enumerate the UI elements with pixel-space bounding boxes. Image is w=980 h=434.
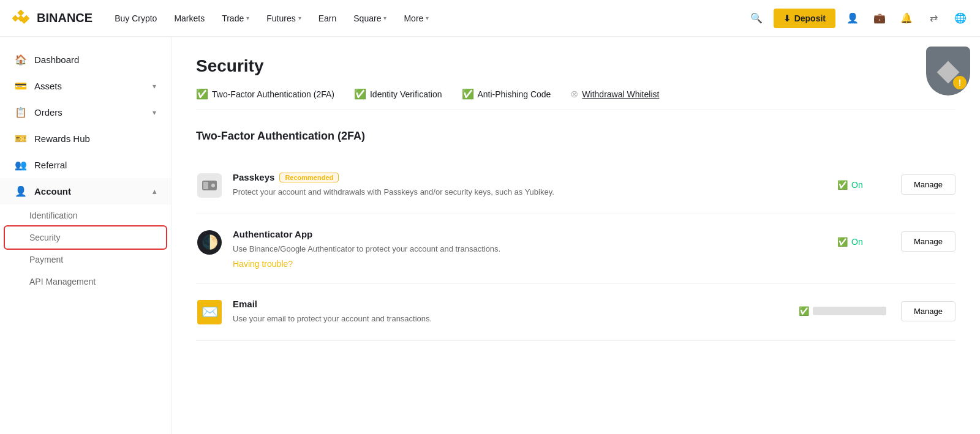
passkey-content: Passkeys Recommended Protect your accoun… bbox=[233, 172, 823, 198]
status-antiphishing: ✅ Anti-Phishing Code bbox=[462, 88, 551, 100]
nav-trade[interactable]: Trade ▾ bbox=[214, 10, 257, 27]
sidebar-label-assets: Assets bbox=[34, 81, 145, 91]
authenticator-content: Authenticator App Use Binance/Google Aut… bbox=[233, 229, 823, 269]
authenticator-right: ✅ On Manage bbox=[833, 229, 956, 252]
sidebar-item-dashboard[interactable]: 🏠 Dashboard bbox=[0, 47, 171, 73]
authenticator-status: ✅ On bbox=[837, 237, 886, 247]
nav-more[interactable]: More ▾ bbox=[396, 10, 436, 27]
account-chevron-icon: ▴ bbox=[153, 187, 156, 196]
sidebar-item-account[interactable]: 👤 Account ▴ bbox=[0, 178, 171, 204]
passkey-title: Passkeys bbox=[233, 172, 274, 182]
authenticator-check-icon: ✅ bbox=[837, 237, 848, 247]
svg-point-7 bbox=[211, 184, 215, 187]
user-icon[interactable]: 👤 bbox=[843, 9, 862, 28]
sidebar-item-assets[interactable]: 💳 Assets ▾ bbox=[0, 73, 171, 99]
sidebar-label-rewards: Rewards Hub bbox=[34, 133, 156, 144]
nav-links: Buy Crypto Markets Trade ▾ Futures ▾ Ear… bbox=[107, 10, 747, 27]
sidebar-label-referral: Referral bbox=[34, 160, 156, 170]
status-label-identity: Identity Verification bbox=[370, 89, 442, 99]
authenticator-trouble-link[interactable]: Having trouble? bbox=[233, 259, 293, 269]
arrows-icon[interactable]: ⇄ bbox=[924, 9, 943, 28]
sidebar-label-dashboard: Dashboard bbox=[34, 54, 156, 65]
email-icon: ✉️ bbox=[196, 299, 223, 326]
email-title: Email bbox=[233, 299, 257, 309]
nav-futures[interactable]: Futures ▾ bbox=[259, 10, 308, 27]
status-check-antiphishing-icon: ✅ bbox=[462, 88, 474, 100]
security-item-email: ✉️ Email Use your email to protect your … bbox=[196, 284, 956, 341]
email-status: ✅ bbox=[799, 306, 886, 316]
wallet-icon[interactable]: 💼 bbox=[870, 9, 889, 28]
section-title-2fa: Two-Factor Authentication (2FA) bbox=[196, 130, 956, 143]
referral-icon: 👥 bbox=[15, 159, 27, 171]
account-icon: 👤 bbox=[15, 185, 27, 197]
status-label-2fa: Two-Factor Authentication (2FA) bbox=[212, 89, 334, 99]
passkey-icon bbox=[196, 172, 223, 199]
passkey-description: Protect your account and withdrawals wit… bbox=[233, 186, 823, 198]
assets-icon: 💳 bbox=[15, 80, 27, 92]
status-check-2fa-icon: ✅ bbox=[196, 88, 208, 100]
sidebar-item-orders[interactable]: 📋 Orders ▾ bbox=[0, 99, 171, 125]
rewards-icon: 🎫 bbox=[15, 133, 27, 144]
nav-earn[interactable]: Earn bbox=[311, 10, 344, 27]
deposit-button[interactable]: ⬇ Deposit bbox=[774, 9, 835, 28]
email-check-icon: ✅ bbox=[799, 306, 809, 316]
status-circle-whitelist-icon: ⊗ bbox=[570, 88, 578, 100]
nav-square[interactable]: Square ▾ bbox=[346, 10, 394, 27]
authenticator-description: Use Binance/Google Authenticator to prot… bbox=[233, 243, 823, 255]
page-layout: 🏠 Dashboard 💳 Assets ▾ 📋 Orders ▾ 🎫 Rewa… bbox=[0, 37, 980, 434]
logo[interactable]: BINANCE bbox=[10, 7, 92, 29]
passkey-status: ✅ On bbox=[837, 180, 886, 190]
authenticator-status-label: On bbox=[851, 237, 863, 247]
sidebar-item-rewards[interactable]: 🎫 Rewards Hub bbox=[0, 125, 171, 152]
orders-chevron-icon: ▾ bbox=[153, 108, 156, 117]
email-manage-button[interactable]: Manage bbox=[901, 301, 956, 321]
status-2fa: ✅ Two-Factor Authentication (2FA) bbox=[196, 88, 334, 100]
authenticator-icon: 🌓 bbox=[196, 229, 223, 256]
sidebar: 🏠 Dashboard 💳 Assets ▾ 📋 Orders ▾ 🎫 Rewa… bbox=[0, 37, 172, 434]
sidebar-sub-identification[interactable]: Identification bbox=[0, 204, 171, 226]
globe-icon[interactable]: 🌐 bbox=[951, 9, 970, 28]
assets-chevron-icon: ▾ bbox=[153, 82, 156, 91]
page-title: Security bbox=[196, 56, 956, 76]
sidebar-item-referral[interactable]: 👥 Referral bbox=[0, 152, 171, 178]
sidebar-sub-payment[interactable]: Payment bbox=[0, 249, 171, 271]
nav-buy-crypto[interactable]: Buy Crypto bbox=[107, 10, 164, 27]
main-content: ! Security ✅ Two-Factor Authentication (… bbox=[172, 37, 980, 434]
email-content: Email Use your email to protect your acc… bbox=[233, 299, 789, 325]
bell-icon[interactable]: 🔔 bbox=[897, 9, 916, 28]
sidebar-label-account: Account bbox=[34, 186, 145, 196]
svg-rect-6 bbox=[203, 182, 208, 189]
search-icon[interactable]: 🔍 bbox=[747, 9, 766, 28]
sidebar-sub-security[interactable]: Security bbox=[5, 226, 166, 249]
orders-icon: 📋 bbox=[15, 107, 27, 118]
authenticator-title: Authenticator App bbox=[233, 229, 312, 239]
status-bar: ✅ Two-Factor Authentication (2FA) ✅ Iden… bbox=[196, 88, 956, 110]
status-label-whitelist[interactable]: Withdrawal Whitelist bbox=[582, 89, 659, 99]
email-description: Use your email to protect your account a… bbox=[233, 313, 789, 325]
sidebar-label-orders: Orders bbox=[34, 107, 145, 118]
notification-badge[interactable]: ! bbox=[926, 47, 970, 95]
deposit-icon: ⬇ bbox=[783, 13, 791, 23]
status-label-antiphishing: Anti-Phishing Code bbox=[478, 89, 551, 99]
passkey-right: ✅ On Manage bbox=[833, 172, 956, 195]
badge-warning-icon: ! bbox=[953, 76, 967, 89]
passkey-recommended-badge: Recommended bbox=[279, 173, 339, 182]
top-navigation: BINANCE Buy Crypto Markets Trade ▾ Futur… bbox=[0, 0, 980, 37]
status-check-identity-icon: ✅ bbox=[354, 88, 366, 100]
status-identity: ✅ Identity Verification bbox=[354, 88, 442, 100]
nav-right: 🔍 ⬇ Deposit 👤 💼 🔔 ⇄ 🌐 bbox=[747, 9, 970, 28]
logo-text: BINANCE bbox=[37, 11, 92, 25]
email-value-blurred bbox=[813, 307, 886, 315]
dashboard-icon: 🏠 bbox=[15, 54, 27, 65]
passkey-status-label: On bbox=[851, 180, 863, 190]
nav-markets[interactable]: Markets bbox=[167, 10, 212, 27]
email-right: ✅ Manage bbox=[799, 299, 956, 321]
authenticator-manage-button[interactable]: Manage bbox=[901, 231, 956, 252]
sidebar-sub-api[interactable]: API Management bbox=[0, 271, 171, 293]
security-item-passkeys: Passkeys Recommended Protect your accoun… bbox=[196, 157, 956, 214]
status-whitelist[interactable]: ⊗ Withdrawal Whitelist bbox=[570, 88, 659, 100]
passkey-check-icon: ✅ bbox=[837, 180, 848, 190]
passkey-manage-button[interactable]: Manage bbox=[901, 174, 956, 195]
security-item-authenticator: 🌓 Authenticator App Use Binance/Google A… bbox=[196, 214, 956, 284]
